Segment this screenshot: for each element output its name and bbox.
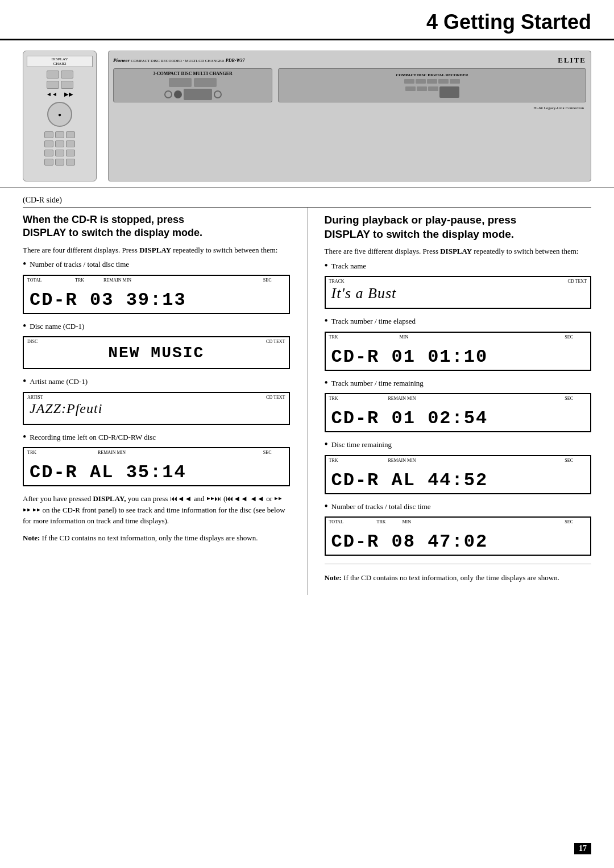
display-box-3: ARTIST CD TEXT JAZZ:Pfeuti	[23, 392, 290, 425]
bullet-icon: •	[23, 432, 26, 442]
left-after-text: After you have pressed DISPLAY, you can …	[23, 493, 290, 527]
remote-btn	[55, 131, 64, 138]
bullet-icon: •	[325, 439, 328, 449]
right-d2-trk-label: TRK	[329, 334, 338, 340]
bullet-icon: •	[23, 259, 26, 269]
bullet-icon: •	[325, 316, 328, 326]
remote-arrow-row: ◄◄ ▶▶	[46, 91, 73, 97]
display1-sec-label: SEC	[263, 278, 272, 283]
right-d5-trk-label: TRK	[377, 519, 386, 524]
display1-text: CD-R 03 39:13	[30, 285, 186, 311]
right-column: During playback or play-pause, press DIS…	[308, 208, 615, 595]
remote-btn	[66, 159, 75, 166]
remote-btn	[66, 150, 75, 156]
remote-btn	[61, 71, 73, 78]
right-display-box-4: TRK REMAIN MIN SEC CD-R AL 44:52	[325, 455, 592, 494]
left-column: When the CD-R is stopped, press DISPLAY …	[0, 208, 308, 595]
remote-btn	[47, 71, 59, 78]
elite-logo: ELITE	[558, 56, 586, 65]
pioneer-logo: Pioneer COMPACT DISC RECORDER · MULTI-CD…	[113, 57, 245, 63]
right-d5-sec-label: SEC	[565, 519, 573, 524]
remote-top-label: DISPLAYCHAR2	[27, 56, 93, 67]
bullet-icon: •	[23, 376, 26, 386]
main-content: When the CD-R is stopped, press DISPLAY …	[0, 208, 614, 595]
display4-trk-label: TRK	[27, 450, 36, 455]
right-d4-sec-label: SEC	[565, 458, 573, 463]
right-bullet-2: • Track number / time elapsed	[325, 316, 592, 327]
left-bullet-2: • Disc name (CD-1)	[23, 321, 290, 332]
display-box-2: DISC CD TEXT NEW MUSIC	[23, 336, 290, 369]
right-bullet-1: • Track name	[325, 261, 592, 272]
right-d4-trk-label: TRK	[329, 458, 338, 463]
right-d3-sec-label: SEC	[565, 396, 573, 401]
right-display2-text: CD-R 01 01:10	[331, 342, 488, 367]
remote-btn	[55, 159, 64, 166]
display3-cdtext-label: CD TEXT	[266, 395, 285, 400]
remote-btn	[66, 131, 75, 138]
right-d5-min-label: MIN	[403, 519, 412, 524]
left-bullet-4: • Recording time left on CD-R/CD-RW disc	[23, 432, 290, 443]
display4-remain-label: REMAIN MIN	[98, 450, 126, 455]
display2-disc-label: DISC	[27, 339, 38, 344]
page-number: 17	[574, 843, 591, 854]
right-bullet-3: • Track number / time remaining	[325, 378, 592, 389]
right-display-box-5: TOTAL TRK MIN SEC CD-R 08 47:02	[325, 516, 592, 556]
right-display1-cdtext-label: CD TEXT	[568, 279, 587, 284]
right-display-box-1: TRACK CD TEXT It's a Bust	[325, 276, 592, 309]
bullet-icon: •	[23, 321, 26, 331]
right-d3-trk-label: TRK	[329, 396, 338, 401]
right-d4-remain-label: REMAIN MIN	[388, 458, 416, 463]
right-intro-text: There are five different displays. Press…	[325, 246, 592, 257]
left-bullet-1: • Number of tracks / total disc time	[23, 259, 290, 270]
display2-text: NEW MUSIC	[30, 340, 283, 362]
right-bullet-4: • Disc time remaining	[325, 439, 592, 450]
remote-btn	[66, 140, 75, 147]
display2-cdtext-label: CD TEXT	[266, 339, 285, 344]
display1-trk-label: TRK	[75, 278, 84, 283]
unit-middle: 3-COMPACT DISC MULTI CHANGER COMPACT DIS…	[113, 68, 586, 102]
display-box-1: TOTAL TRK REMAIN MIN SEC CD-R 03 39:13	[23, 275, 290, 314]
display4-text: CD-R AL 35:14	[30, 457, 186, 483]
right-display4-text: CD-R AL 44:52	[331, 465, 488, 491]
right-section-heading: During playback or play-pause, press DIS…	[325, 213, 592, 241]
right-display-box-3: TRK REMAIN MIN SEC CD-R 01 02:54	[325, 393, 592, 432]
right-bullet-5: • Number of tracks / total disc time	[325, 501, 592, 512]
remote-btn	[44, 131, 53, 138]
left-intro-text: There are four different displays. Press…	[23, 245, 290, 256]
recorder-section: COMPACT DISC DIGITAL RECORDER	[278, 68, 586, 102]
unit-bottom: Hi-bit Legacy-Link Connection	[113, 106, 586, 110]
right-display-box-2: TRK MIN SEC CD-R 01 01:10	[325, 332, 592, 371]
remote-btn	[47, 81, 59, 89]
bullet-icon: •	[325, 501, 328, 511]
left-note: Note: If the CD contains no text informa…	[23, 532, 290, 544]
remote-circle: ●	[47, 102, 72, 127]
remote-btn	[44, 140, 53, 147]
display-box-4: TRK REMAIN MIN SEC CD-R AL 35:14	[23, 447, 290, 486]
left-section-heading: When the CD-R is stopped, press DISPLAY …	[23, 213, 290, 240]
display3-text: JAZZ:Pfeuti	[30, 395, 283, 416]
remote-btn	[55, 150, 64, 156]
display4-sec-label: SEC	[263, 450, 272, 455]
right-display3-text: CD-R 01 02:54	[331, 403, 488, 429]
cd-r-side-label: (CD-R side)	[0, 193, 614, 207]
right-d2-sec-label: SEC	[565, 334, 573, 340]
left-bullet-3: • Artist name (CD-1)	[23, 376, 290, 387]
changer-section: 3-COMPACT DISC MULTI CHANGER	[113, 68, 272, 102]
right-d3-remain-label: REMAIN MIN	[388, 396, 416, 401]
remote-btn	[61, 81, 73, 89]
main-unit-image: Pioneer COMPACT DISC RECORDER · MULTI-CD…	[108, 51, 591, 181]
right-display1-track-label: TRACK	[329, 279, 345, 284]
remote-btn	[44, 150, 53, 156]
right-display1-text: It's a Bust	[331, 279, 585, 302]
right-d5-total-label: TOTAL	[329, 519, 343, 524]
display3-artist-label: ARTIST	[27, 395, 43, 400]
right-note: Note: If the CD contains no text informa…	[325, 572, 592, 584]
display1-total-label: TOTAL	[27, 278, 42, 283]
chapter-title: 4 Getting Started	[426, 10, 591, 34]
bullet-icon: •	[325, 261, 328, 271]
page-header: 4 Getting Started	[0, 0, 614, 40]
remote-btn	[55, 140, 64, 147]
unit-top-bar: Pioneer COMPACT DISC RECORDER · MULTI-CD…	[113, 56, 586, 65]
right-d2-min-label: MIN	[400, 334, 409, 340]
bullet-icon: •	[325, 378, 328, 388]
